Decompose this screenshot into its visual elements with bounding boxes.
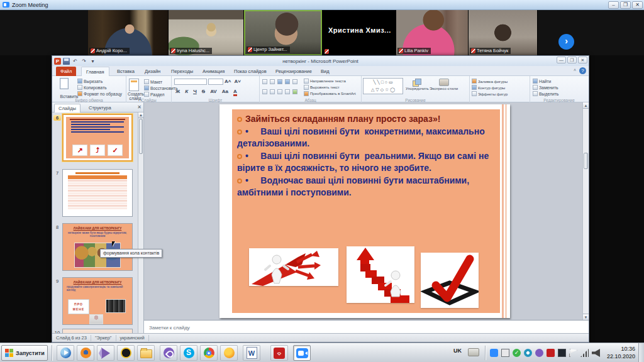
eye-tray-icon[interactable] — [524, 349, 532, 357]
powerpoint-logo-icon[interactable]: P — [54, 58, 61, 65]
char-spacing-button[interactable]: AV — [210, 89, 217, 96]
strikethrough-button[interactable]: S — [202, 89, 205, 96]
tab-outline[interactable]: Структура — [85, 104, 115, 112]
display-tray-icon[interactable] — [558, 349, 566, 357]
maximize-icon[interactable] — [620, 1, 631, 9]
viber-taskbar-icon[interactable] — [160, 345, 177, 361]
shrink-font-icon[interactable]: А˅ — [234, 79, 240, 85]
notes-pane[interactable]: Заметки к слайду — [144, 320, 589, 334]
participant-video-lilia[interactable]: Lilia Pankiv — [396, 10, 469, 55]
bold-button[interactable]: Ж — [175, 89, 180, 96]
red-app-tray-icon[interactable] — [547, 349, 555, 357]
chrome-taskbar-icon[interactable] — [200, 345, 218, 361]
close-icon[interactable]: ✕ — [137, 104, 142, 110]
scroll-up-icon[interactable]: ▲ — [583, 102, 589, 109]
paste-button[interactable]: Вставить — [57, 78, 71, 94]
slide-thumbnail-9[interactable]: 9 ЛАЙФХАКИ ДЛЯ НЕТВОРКІНГУ продумайте са… — [52, 277, 138, 327]
close-icon[interactable] — [578, 57, 587, 63]
network-signal-icon[interactable] — [580, 349, 589, 357]
layout-button[interactable]: Макет — [144, 79, 162, 84]
kmplayer-taskbar-icon[interactable] — [97, 345, 114, 361]
tab-animations[interactable]: Анимация — [198, 67, 229, 76]
close-icon[interactable] — [632, 1, 643, 9]
smartart-button[interactable]: Преобразовать в SmartArt — [304, 91, 356, 96]
crossroads-arrows-image[interactable] — [249, 248, 338, 286]
shape-effects-button[interactable]: Эффекты фигур — [472, 91, 508, 96]
tab-transitions[interactable]: Переходы — [167, 67, 197, 76]
minimize-icon[interactable] — [557, 57, 566, 63]
line-spacing-icon[interactable] — [292, 79, 297, 84]
save-icon[interactable] — [63, 58, 70, 65]
slide-thumbnail-8[interactable]: 8 ЛАЙФХАКИ ДЛЯ НЕТВОРКІНГУ нетворкінг мо… — [52, 223, 138, 273]
participant-video-iryna[interactable]: Iryna Halushc... — [169, 10, 244, 55]
slide-content-box[interactable]: Займіться складанням плану просто зараз»… — [232, 109, 500, 313]
slide-text-placeholder[interactable]: Займіться складанням плану просто зараз»… — [237, 113, 496, 199]
align-left-icon[interactable] — [262, 89, 267, 94]
media-player-taskbar-icon[interactable] — [57, 345, 74, 361]
tab-slideshow[interactable]: Показ слайдов — [230, 67, 271, 76]
tab-insert[interactable]: Вставка — [113, 67, 139, 76]
replace-button[interactable]: Заменить — [533, 85, 558, 90]
participant-video-andriy[interactable]: Андрій Коро... — [88, 10, 169, 55]
viber-tray-icon[interactable] — [535, 349, 543, 357]
shape-fill-button[interactable]: Заливка фигуры — [472, 79, 508, 84]
cut-button[interactable]: Вырезать — [77, 79, 103, 84]
font-name-box[interactable] — [174, 79, 207, 85]
slide-thumbnail-6[interactable]: 6 ↗ ⤴ ✓ — [52, 114, 138, 164]
collapse-ribbon-icon[interactable]: ˄ — [574, 68, 576, 72]
help-icon[interactable]: ? — [579, 67, 586, 74]
checkmark-image[interactable] — [421, 253, 479, 308]
change-case-button[interactable]: Aa — [222, 89, 228, 96]
quick-styles-button[interactable]: Экспресс-стили — [430, 79, 458, 90]
grow-font-icon[interactable]: А˄ — [225, 79, 231, 85]
redo-icon[interactable]: ↷ — [80, 58, 87, 65]
decrease-indent-icon[interactable] — [277, 79, 282, 84]
aimp-taskbar-icon[interactable] — [117, 345, 135, 361]
keyboard-icon[interactable] — [468, 348, 479, 356]
select-button[interactable]: Выделить — [533, 91, 558, 96]
file-explorer-taskbar-icon[interactable] — [137, 345, 155, 361]
slide-6-canvas[interactable]: Займіться складанням плану просто зараз»… — [219, 104, 510, 318]
scrollbar-thumb[interactable] — [139, 119, 143, 154]
taskbar-clock[interactable]: 10:36 22.10.2020 — [607, 345, 635, 360]
align-right-icon[interactable] — [277, 89, 282, 94]
minimize-icon[interactable] — [608, 1, 619, 9]
skype-taskbar-icon[interactable]: S — [180, 345, 197, 361]
participant-video-center-active-speaker[interactable]: Центр Зайнят... — [244, 10, 322, 55]
tab-slides[interactable]: Слайды — [54, 104, 80, 112]
status-language[interactable]: украинский — [116, 335, 149, 341]
undo-icon[interactable]: ↶ — [72, 58, 79, 65]
volume-icon[interactable] — [592, 349, 600, 357]
clipboard-tray-icon[interactable] — [501, 349, 509, 357]
acrobat-taskbar-icon[interactable]: ⌔ — [270, 345, 288, 361]
arrange-button[interactable]: Упорядочить — [406, 79, 429, 90]
word-taskbar-icon[interactable]: W — [243, 345, 260, 361]
shapes-gallery[interactable]: ╲ ╲ □ ○ ▭ △ ▽ ◇ ☆ ◯ — [363, 78, 403, 94]
underline-button[interactable]: Ч — [193, 89, 197, 96]
participant-video-tetyana[interactable]: Тетяна Бойчук — [469, 10, 538, 55]
find-button[interactable]: Найти — [533, 79, 551, 84]
align-text-button[interactable]: Выровнять текст — [304, 85, 340, 90]
orange-app-taskbar-icon[interactable] — [220, 345, 238, 361]
start-button[interactable]: Запустити — [1, 345, 48, 361]
antivirus-tray-icon[interactable]: ✓ — [513, 349, 521, 357]
slides-panel-scrollbar[interactable]: ▲ — [138, 112, 143, 334]
show-desktop-button[interactable] — [638, 343, 644, 362]
participant-video-khrystyna-camera-off[interactable]: Христина Хмиз... — [322, 10, 396, 55]
tab-design[interactable]: Дизайн — [140, 67, 165, 76]
font-size-box[interactable] — [208, 79, 223, 85]
tab-view[interactable]: Вид — [316, 67, 334, 76]
format-painter-button[interactable]: Формат по образцу — [77, 91, 122, 96]
qat-dropdown-icon[interactable]: ▾ — [89, 58, 96, 65]
shape-outline-button[interactable]: Контур фигуры — [472, 85, 505, 90]
numbering-icon[interactable] — [270, 79, 275, 84]
slide-thumbnail-7[interactable]: 7 — [52, 169, 138, 219]
scrollbar-thumb[interactable] — [584, 153, 588, 169]
restore-icon[interactable] — [567, 57, 577, 63]
next-participants-button[interactable]: › — [558, 34, 574, 50]
copy-button[interactable]: Копировать — [77, 85, 107, 90]
scroll-up-icon[interactable]: ▲ — [138, 112, 143, 118]
text-direction-button[interactable]: Направление текста — [304, 79, 346, 84]
align-center-icon[interactable] — [270, 89, 275, 94]
tab-home[interactable]: Главная — [81, 67, 109, 76]
